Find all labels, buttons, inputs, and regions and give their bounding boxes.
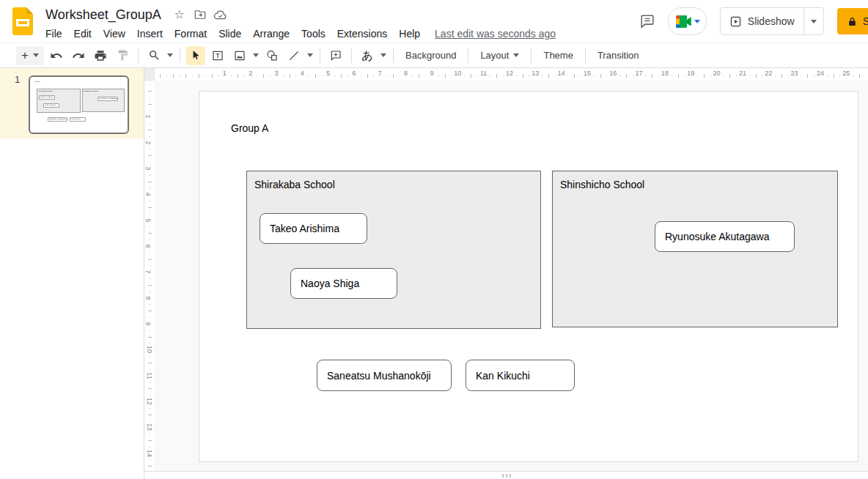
plus-icon: +	[21, 49, 29, 62]
select-tool-button[interactable]	[186, 46, 205, 65]
new-slide-button[interactable]: +	[16, 46, 44, 65]
image-dropdown-caret[interactable]	[251, 46, 261, 65]
ruler-label: 8	[144, 296, 152, 300]
name-chip-naoya-shiga[interactable]: Naoya Shiga	[290, 268, 397, 299]
toolbar-separator	[531, 48, 532, 63]
zoom-button[interactable]	[144, 46, 163, 65]
ruler-corner	[144, 68, 155, 81]
transition-button[interactable]: Transition	[590, 47, 647, 64]
toolbar-separator	[393, 48, 394, 63]
name-chip-saneatsu-mushanokoji[interactable]: Saneatsu Mushanokōji	[317, 360, 452, 391]
zoom-dropdown-caret[interactable]	[165, 46, 175, 65]
speaker-notes-splitter[interactable]	[144, 471, 868, 479]
meet-button[interactable]	[668, 7, 707, 35]
ruler-label: 12	[506, 70, 513, 77]
toolbar-separator	[585, 48, 586, 63]
comment-history-icon[interactable]	[633, 7, 662, 36]
mini-chip: Kan Kikuchi	[70, 117, 86, 122]
ruler-label: 19	[687, 70, 694, 77]
slide-number: 1	[15, 74, 20, 85]
group-label: Shinshicho School	[560, 179, 644, 190]
ruler-label: 18	[661, 70, 669, 77]
toolbar: +	[0, 43, 868, 68]
slideshow-dropdown[interactable]	[803, 8, 823, 34]
insert-image-button[interactable]	[230, 46, 249, 65]
slideshow-button[interactable]: Slideshow	[721, 8, 803, 34]
slide-thumbnail[interactable]: Group A Shirakaba School Shinshicho Scho…	[29, 75, 129, 134]
name-chip-kan-kikuchi[interactable]: Kan Kikuchi	[466, 360, 575, 391]
star-icon[interactable]: ☆	[172, 7, 188, 23]
group-box-shirakaba[interactable]: Shirakaba School	[246, 171, 541, 329]
ruler-label: 7	[378, 70, 382, 77]
shape-tool-button[interactable]	[262, 46, 282, 65]
menu-help[interactable]: Help	[393, 26, 426, 41]
editing-canvas: 1234567891011121314151617181920212223242…	[144, 68, 868, 479]
ruler-label: 1	[223, 70, 227, 77]
header-actions: Slideshow Share	[633, 0, 868, 42]
name-chip-takeo-arishima[interactable]: Takeo Arishima	[260, 213, 367, 244]
share-button[interactable]: Share	[837, 8, 868, 34]
ruler-label: 5	[326, 70, 330, 77]
undo-button[interactable]	[47, 46, 66, 65]
ruler-label: 16	[609, 70, 617, 77]
menu-arrange[interactable]: Arrange	[247, 26, 295, 41]
ruler-label: 23	[791, 70, 798, 77]
insert-comment-button[interactable]	[326, 46, 345, 65]
new-slide-dropdown-caret[interactable]	[33, 53, 39, 57]
horizontal-ruler[interactable]: 1234567891011121314151617181920212223242…	[155, 68, 868, 81]
paint-format-button[interactable]	[113, 46, 132, 65]
title-block: Worksheet_GroupA ☆ File Edit View Insert…	[45, 5, 556, 42]
last-edit-status[interactable]: Last edit was seconds ago	[435, 28, 556, 40]
toolbar-separator	[468, 48, 468, 63]
line-tool-button[interactable]	[284, 46, 304, 65]
menu-edit[interactable]: Edit	[68, 26, 98, 41]
mini-chip: Naoya Shiga	[43, 103, 59, 108]
input-tools-icon: あ	[361, 50, 372, 61]
ruler-label: 14	[558, 70, 565, 77]
theme-button[interactable]: Theme	[536, 47, 580, 64]
input-tools-dropdown-caret[interactable]	[378, 46, 389, 65]
menu-file[interactable]: File	[40, 26, 68, 41]
main-area: 1 Group A Shirakaba School Shinshicho Sc…	[0, 68, 868, 479]
document-title[interactable]: Worksheet_GroupA	[45, 7, 161, 23]
menu-view[interactable]: View	[98, 26, 131, 41]
toolbar-separator	[180, 48, 180, 63]
ruler-label: 2	[249, 70, 252, 77]
ruler-label: 9	[144, 322, 152, 325]
slide-canvas[interactable]: Group A Shirakaba School Shinshicho Scho…	[199, 91, 858, 462]
ruler-label: 3	[274, 70, 278, 77]
selected-slide-row[interactable]: 1 Group A Shirakaba School Shinshicho Sc…	[0, 68, 144, 139]
text-box-tool-button[interactable]	[208, 46, 227, 65]
ruler-label: 10	[146, 346, 153, 353]
menu-extensions[interactable]: Extensions	[331, 26, 393, 41]
name-chip-ryunosuke-akutagawa[interactable]: Ryunosuke Akutagawa	[655, 221, 795, 252]
menu-bar: File Edit View Insert Format Slide Arran…	[40, 25, 556, 42]
print-button[interactable]	[91, 46, 110, 65]
ruler-label: 9	[430, 70, 433, 77]
meet-dropdown-caret[interactable]	[694, 20, 700, 23]
move-folder-icon[interactable]	[192, 7, 208, 23]
vertical-ruler[interactable]: 1234567891011121314	[144, 81, 155, 471]
cloud-saved-icon[interactable]	[213, 7, 229, 23]
slideshow-label: Slideshow	[748, 15, 795, 27]
splitter-grip-icon	[506, 474, 507, 478]
mini-chip: Takeo Arishima	[39, 95, 55, 100]
toolbar-separator	[320, 48, 320, 63]
slide-text-group-a[interactable]: Group A	[231, 122, 268, 134]
background-button[interactable]: Background	[398, 47, 463, 64]
layout-button[interactable]: Layout	[473, 47, 526, 64]
input-tools-button[interactable]: あ	[358, 46, 377, 65]
redo-button[interactable]	[69, 46, 88, 65]
ruler-label: 11	[480, 70, 487, 77]
menu-format[interactable]: Format	[169, 26, 213, 41]
menu-insert[interactable]: Insert	[131, 26, 169, 41]
group-label: Shirakaba School	[254, 179, 335, 190]
ruler-label: 20	[713, 70, 721, 77]
menu-tools[interactable]: Tools	[295, 26, 331, 41]
toolbar-separator	[351, 48, 352, 63]
line-dropdown-caret[interactable]	[305, 46, 315, 65]
ruler-label: 13	[146, 423, 153, 431]
menu-slide[interactable]: Slide	[213, 26, 247, 41]
ruler-label: 1	[144, 115, 152, 119]
slides-logo-icon[interactable]	[12, 7, 33, 35]
